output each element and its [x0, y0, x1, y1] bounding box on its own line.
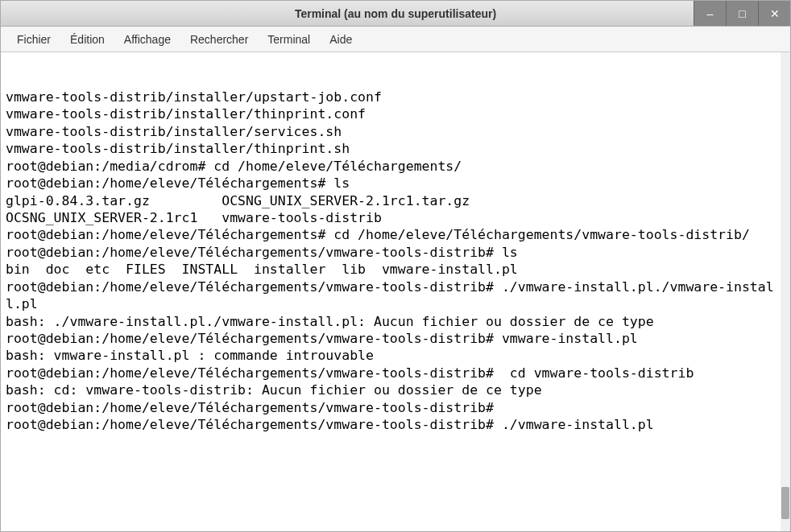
menu-affichage[interactable]: Affichage [114, 28, 180, 51]
terminal-line: bash: cd: vmware-tools-distrib: Aucun fi… [6, 381, 774, 398]
terminal-line: OCSNG_UNIX_SERVER-2.1rc1 vmware-tools-di… [6, 209, 774, 226]
menubar: Fichier Édition Affichage Rechercher Ter… [1, 27, 790, 52]
terminal-line: bin doc etc FILES INSTALL installer lib … [6, 261, 774, 278]
terminal-line: root@debian:/home/eleve/Téléchargements/… [6, 416, 774, 433]
terminal-line: vmware-tools-distrib/installer/services.… [6, 123, 774, 140]
terminal-output[interactable]: vmware-tools-distrib/installer/upstart-j… [1, 52, 790, 531]
terminal-line: bash: vmware-install.pl : commande intro… [6, 347, 774, 364]
terminal-line: glpi-0.84.3.tar.gz OCSNG_UNIX_SERVER-2.1… [6, 192, 774, 209]
minimize-icon: – [707, 7, 714, 20]
menu-aide[interactable]: Aide [320, 28, 362, 51]
scrollbar[interactable] [781, 52, 790, 531]
close-icon: ✕ [770, 7, 780, 20]
terminal-line: vmware-tools-distrib/installer/thinprint… [6, 140, 774, 157]
titlebar[interactable]: Terminal (au nom du superutilisateur) – … [1, 1, 790, 27]
terminal-line: root@debian:/home/eleve/Téléchargements/… [6, 399, 774, 416]
menu-terminal[interactable]: Terminal [258, 28, 320, 51]
window-title: Terminal (au nom du superutilisateur) [295, 7, 496, 20]
terminal-line: root@debian:/home/eleve/Téléchargements/… [6, 244, 774, 261]
maximize-button[interactable]: □ [726, 1, 758, 26]
menu-edition[interactable]: Édition [60, 28, 114, 51]
terminal-line: vmware-tools-distrib/installer/upstart-j… [6, 89, 774, 105]
terminal-line: root@debian:/home/eleve/Téléchargements/… [6, 365, 774, 381]
scrollbar-thumb[interactable] [781, 487, 789, 519]
minimize-button[interactable]: – [694, 1, 726, 26]
menu-rechercher[interactable]: Rechercher [180, 28, 258, 51]
terminal-line: bash: ./vmware-install.pl./vmware-instal… [6, 313, 774, 330]
terminal-window: Terminal (au nom du superutilisateur) – … [0, 0, 791, 532]
terminal-line: root@debian:/home/eleve/Téléchargements/… [6, 330, 774, 347]
terminal-line: vmware-tools-distrib/installer/thinprint… [6, 105, 774, 122]
terminal-line: root@debian:/home/eleve/Téléchargements#… [6, 175, 774, 192]
terminal-line: root@debian:/home/eleve/Téléchargements/… [6, 278, 774, 313]
menu-fichier[interactable]: Fichier [7, 28, 60, 51]
terminal-line: root@debian:/media/cdrom# cd /home/eleve… [6, 158, 774, 175]
maximize-icon: □ [739, 7, 745, 20]
window-controls: – □ ✕ [694, 1, 790, 26]
terminal-line: root@debian:/home/eleve/Téléchargements#… [6, 226, 774, 243]
close-button[interactable]: ✕ [758, 1, 790, 26]
